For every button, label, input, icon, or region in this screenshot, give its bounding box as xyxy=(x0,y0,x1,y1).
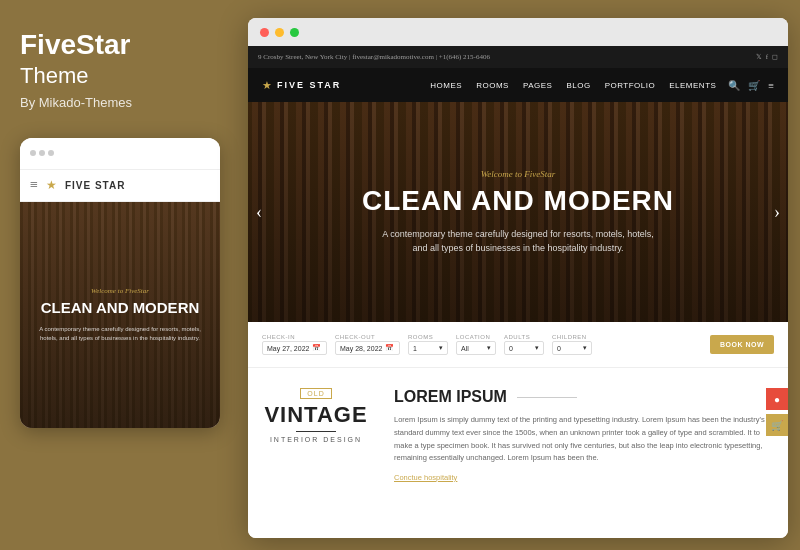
browser-title-bar xyxy=(248,18,788,46)
content-heading: LOREM IPSUM xyxy=(394,388,772,406)
site-header-info: 9 Crosby Street, New York City | fivesta… xyxy=(258,53,750,61)
search-icon[interactable]: 🔍 xyxy=(728,80,740,91)
menu-icon[interactable]: ≡ xyxy=(768,80,774,91)
cart-icon[interactable]: 🛒 xyxy=(748,80,760,91)
rooms-select[interactable]: 1 ▾ xyxy=(408,341,448,355)
mobile-hero-title: CLEAN AND MODERN xyxy=(41,299,200,317)
site-logo-star: ★ xyxy=(262,79,272,92)
booking-location-field: LOCATION All ▾ xyxy=(456,334,496,355)
nav-item-rooms[interactable]: ROOMS xyxy=(476,81,509,90)
site-nav-items: HOMES ROOMS PAGES BLOG PORTFOLIO ELEMENT… xyxy=(430,81,716,90)
checkout-value[interactable]: May 28, 2022 📅 xyxy=(335,341,400,355)
vintage-title: VINTAGE xyxy=(264,403,367,427)
content-body: Lorem Ipsum is simply dummy text of the … xyxy=(394,414,772,465)
browser-dot-yellow xyxy=(275,28,284,37)
nav-item-blog[interactable]: BLOG xyxy=(566,81,590,90)
nav-item-pages[interactable]: PAGES xyxy=(523,81,552,90)
facebook-icon: f xyxy=(766,53,768,61)
site-nav: ★ FIVE STAR HOMES ROOMS PAGES BLOG PORTF… xyxy=(248,68,788,102)
mobile-star-icon: ★ xyxy=(46,178,57,193)
hamburger-icon: ≡ xyxy=(30,177,38,193)
hero-title: CLEAN AND MODERN xyxy=(362,185,674,217)
mobile-mockup: ≡ ★ FIVE STAR Welcome to FiveStar CLEAN … xyxy=(20,138,220,428)
side-icon-red[interactable]: ● xyxy=(766,388,788,410)
mobile-dots xyxy=(30,150,54,156)
site-hero: Welcome to FiveStar CLEAN AND MODERN A c… xyxy=(248,102,788,322)
booking-checkin-field: CHECK-IN May 27, 2022 📅 xyxy=(262,334,327,355)
chevron-down-icon: ▾ xyxy=(439,344,443,352)
location-label: LOCATION xyxy=(456,334,496,340)
booking-rooms-field: ROOMS 1 ▾ xyxy=(408,334,448,355)
calendar-icon: 📅 xyxy=(312,344,321,352)
content-section: OLD VINTAGE INTERIOR DESIGN LOREM IPSUM … xyxy=(248,368,788,538)
children-select[interactable]: 0 ▾ xyxy=(552,341,592,355)
instagram-icon: ◻ xyxy=(772,53,778,61)
site-logo-text: FIVE STAR xyxy=(277,80,341,90)
chevron-down-icon-4: ▾ xyxy=(583,344,587,352)
vintage-old-badge: OLD xyxy=(300,388,331,399)
hero-prev-button[interactable]: ‹ xyxy=(256,202,262,223)
nav-item-homes[interactable]: HOMES xyxy=(430,81,462,90)
theme-label: Theme xyxy=(20,63,88,89)
booking-children-field: CHILDREN 0 ▾ xyxy=(552,334,592,355)
nav-item-portfolio[interactable]: PORTFOLIO xyxy=(605,81,656,90)
rooms-label: ROOMS xyxy=(408,334,448,340)
mobile-dot-1 xyxy=(30,150,36,156)
hero-subtitle: A contemporary theme carefully designed … xyxy=(378,227,658,256)
content-link[interactable]: Conctue hospitality xyxy=(394,473,772,482)
site-header-icons: 𝕏 f ◻ xyxy=(756,53,778,61)
circle-icon: ● xyxy=(774,394,780,405)
checkout-label: CHECK-OUT xyxy=(335,334,400,340)
header-address: 9 Crosby Street, New York City | fivesta… xyxy=(258,53,490,61)
chevron-down-icon-2: ▾ xyxy=(487,344,491,352)
side-icon-gold[interactable]: 🛒 xyxy=(766,414,788,436)
hero-next-button[interactable]: › xyxy=(774,202,780,223)
adults-label: ADULTS xyxy=(504,334,544,340)
mobile-nav-bar: ≡ ★ FIVE STAR xyxy=(20,170,220,202)
left-panel: FiveStar Theme By Mikado-Themes ≡ ★ FIVE… xyxy=(0,0,240,550)
mobile-brand-text: FIVE STAR xyxy=(65,180,125,191)
content-text: LOREM IPSUM Lorem Ipsum is simply dummy … xyxy=(384,388,772,518)
browser-mockup: 9 Crosby Street, New York City | fivesta… xyxy=(248,18,788,538)
cart-side-icon: 🛒 xyxy=(771,420,783,431)
mobile-dot-3 xyxy=(48,150,54,156)
vintage-divider xyxy=(296,431,336,432)
nav-item-elements[interactable]: ELEMENTS xyxy=(669,81,716,90)
browser-dot-green xyxy=(290,28,299,37)
location-select[interactable]: All ▾ xyxy=(456,341,496,355)
twitter-icon: 𝕏 xyxy=(756,53,762,61)
mobile-top-bar xyxy=(20,138,220,170)
checkin-label: CHECK-IN xyxy=(262,334,327,340)
heading-divider xyxy=(517,397,577,398)
booking-adults-field: ADULTS 0 ▾ xyxy=(504,334,544,355)
vintage-logo: OLD VINTAGE INTERIOR DESIGN xyxy=(264,388,384,518)
mobile-hero: Welcome to FiveStar CLEAN AND MODERN A c… xyxy=(20,202,220,428)
adults-select[interactable]: 0 ▾ xyxy=(504,341,544,355)
hero-welcome: Welcome to FiveStar xyxy=(481,169,556,179)
mobile-welcome-text: Welcome to FiveStar xyxy=(91,287,149,295)
chevron-down-icon-3: ▾ xyxy=(535,344,539,352)
booking-bar: CHECK-IN May 27, 2022 📅 CHECK-OUT May 28… xyxy=(248,322,788,368)
brand-title: FiveStar xyxy=(20,30,131,61)
vintage-subtitle: INTERIOR DESIGN xyxy=(270,436,362,443)
site-logo: ★ FIVE STAR xyxy=(262,79,341,92)
by-label: By Mikado-Themes xyxy=(20,95,132,110)
calendar-icon-2: 📅 xyxy=(385,344,394,352)
browser-dot-red xyxy=(260,28,269,37)
mobile-hero-sub: A contemporary theme carefully designed … xyxy=(30,325,210,342)
children-label: CHILDREN xyxy=(552,334,592,340)
mobile-dot-2 xyxy=(39,150,45,156)
site-header: 9 Crosby Street, New York City | fivesta… xyxy=(248,46,788,68)
site-nav-icons: 🔍 🛒 ≡ xyxy=(728,80,774,91)
book-now-button[interactable]: BOOK NOW xyxy=(710,335,774,354)
checkin-value[interactable]: May 27, 2022 📅 xyxy=(262,341,327,355)
booking-checkout-field: CHECK-OUT May 28, 2022 📅 xyxy=(335,334,400,355)
